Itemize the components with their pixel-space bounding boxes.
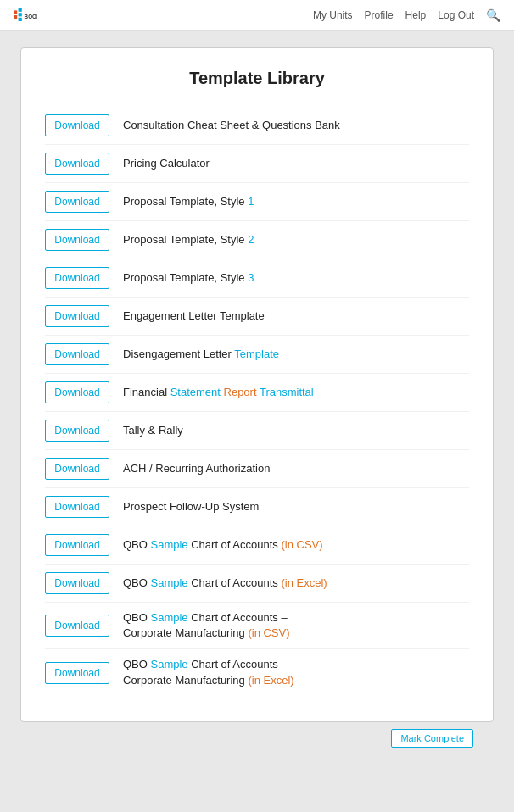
- template-row: DownloadFinancial Statement Report Trans…: [45, 374, 469, 412]
- nav-my-units[interactable]: My Units: [313, 9, 353, 21]
- template-label-8: Tally & Rally: [123, 423, 183, 438]
- template-label-1: Pricing Calculator: [123, 156, 210, 171]
- template-row: DownloadQBO Sample Chart of Accounts (in…: [45, 565, 469, 603]
- top-nav: BOOKKEEPER My Units Profile Help Log Out…: [0, 0, 514, 31]
- svg-text:BOOKKEEPER: BOOKKEEPER: [25, 14, 37, 19]
- template-row: DownloadQBO Sample Chart of Accounts –Co…: [45, 649, 469, 695]
- template-label-9: ACH / Recurring Authorization: [123, 461, 270, 476]
- template-row: DownloadACH / Recurring Authorization: [45, 450, 469, 488]
- svg-rect-4: [19, 17, 22, 20]
- download-button-6[interactable]: Download: [45, 343, 109, 365]
- mark-complete-bar: Mark Complete: [20, 722, 494, 748]
- download-button-10[interactable]: Download: [45, 496, 109, 518]
- page-wrapper: Template Library DownloadConsultation Ch…: [0, 31, 514, 807]
- download-button-8[interactable]: Download: [45, 420, 109, 442]
- download-button-14[interactable]: Download: [45, 662, 109, 684]
- svg-rect-2: [19, 8, 22, 11]
- svg-rect-0: [14, 10, 17, 14]
- template-row: DownloadDisengagement Letter Template: [45, 336, 469, 374]
- download-button-5[interactable]: Download: [45, 305, 109, 327]
- template-label-13: QBO Sample Chart of Accounts –Corporate …: [123, 610, 290, 641]
- template-label-12: QBO Sample Chart of Accounts (in Excel): [123, 576, 327, 591]
- template-label-10: Prospect Follow-Up System: [123, 499, 259, 514]
- nav-links: My Units Profile Help Log Out 🔍: [313, 8, 500, 22]
- template-label-11: QBO Sample Chart of Accounts (in CSV): [123, 537, 323, 553]
- template-list: DownloadConsultation Cheat Sheet & Quest…: [45, 107, 469, 696]
- template-library-card: Template Library DownloadConsultation Ch…: [20, 47, 494, 722]
- mark-complete-button[interactable]: Mark Complete: [391, 729, 473, 748]
- svg-rect-1: [14, 15, 17, 19]
- template-row: DownloadQBO Sample Chart of Accounts –Co…: [45, 603, 469, 649]
- template-row: DownloadProposal Template, Style 3: [45, 259, 469, 298]
- download-button-1[interactable]: Download: [45, 153, 109, 175]
- download-button-9[interactable]: Download: [45, 458, 109, 480]
- nav-help[interactable]: Help: [405, 9, 427, 21]
- template-row: DownloadProspect Follow-Up System: [45, 488, 469, 526]
- template-row: DownloadEngagement Letter Template: [45, 298, 469, 336]
- nav-log-out[interactable]: Log Out: [438, 9, 474, 21]
- download-button-3[interactable]: Download: [45, 229, 109, 251]
- template-label-3: Proposal Template, Style 2: [123, 232, 254, 247]
- template-label-6: Disengagement Letter Template: [123, 347, 279, 362]
- search-button[interactable]: 🔍: [486, 8, 500, 22]
- template-row: DownloadTally & Rally: [45, 412, 469, 450]
- page-title: Template Library: [45, 69, 469, 88]
- logo: BOOKKEEPER: [14, 7, 37, 24]
- download-button-11[interactable]: Download: [45, 534, 109, 556]
- template-label-14: QBO Sample Chart of Accounts –Corporate …: [123, 657, 294, 687]
- download-button-2[interactable]: Download: [45, 191, 109, 213]
- template-label-4: Proposal Template, Style 3: [123, 270, 254, 286]
- download-button-4[interactable]: Download: [45, 267, 109, 289]
- svg-rect-3: [19, 13, 22, 16]
- template-row: DownloadProposal Template, Style 2: [45, 221, 469, 259]
- template-row: DownloadQBO Sample Chart of Accounts (in…: [45, 526, 469, 565]
- template-label-5: Engagement Letter Template: [123, 309, 265, 324]
- download-button-12[interactable]: Download: [45, 572, 109, 594]
- template-row: DownloadConsultation Cheat Sheet & Quest…: [45, 107, 469, 145]
- template-row: DownloadPricing Calculator: [45, 145, 469, 183]
- template-row: DownloadProposal Template, Style 1: [45, 183, 469, 221]
- download-button-7[interactable]: Download: [45, 381, 109, 403]
- template-label-0: Consultation Cheat Sheet & Questions Ban…: [123, 118, 340, 133]
- download-button-0[interactable]: Download: [45, 114, 109, 136]
- nav-profile[interactable]: Profile: [365, 9, 394, 21]
- download-button-13[interactable]: Download: [45, 615, 109, 637]
- template-label-2: Proposal Template, Style 1: [123, 194, 254, 209]
- template-label-7: Financial Statement Report Transmittal: [123, 385, 314, 400]
